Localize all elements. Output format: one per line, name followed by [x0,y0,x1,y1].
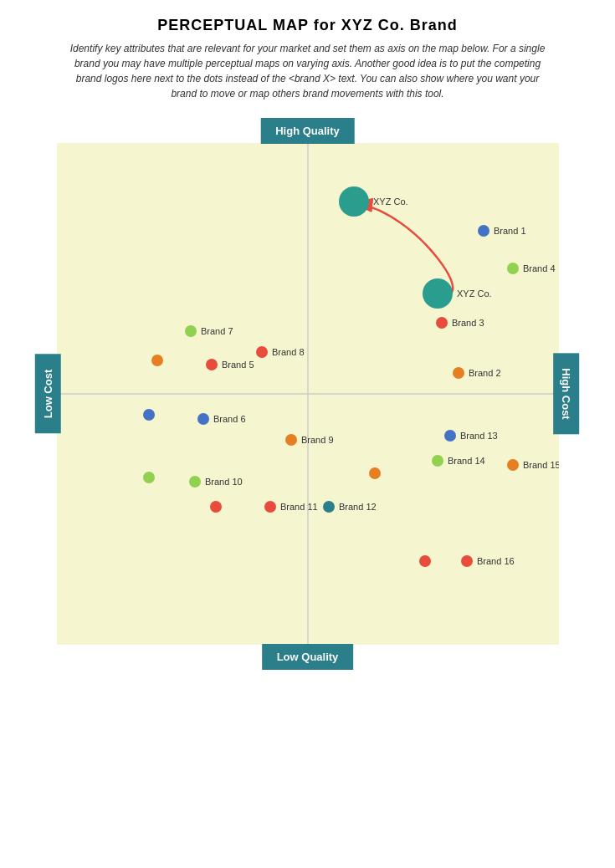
svg-point-38 [323,501,335,513]
axis-top-label: High Quality [260,118,355,144]
map-container: High Quality Low Quality Low Cost High C… [23,118,592,670]
svg-text:Brand 6: Brand 6 [213,414,246,424]
svg-text:Brand 15: Brand 15 [523,460,559,470]
axis-bottom-label: Low Quality [262,644,354,670]
svg-point-6 [423,278,453,309]
svg-text:Brand 2: Brand 2 [469,368,501,378]
axis-left-label: Low Cost [34,355,60,434]
svg-point-22 [151,355,163,366]
svg-text:Brand 8: Brand 8 [272,347,305,357]
svg-point-34 [189,476,201,488]
axis-right-label: High Cost [553,353,579,434]
svg-text:Brand 9: Brand 9 [301,435,334,445]
svg-point-41 [143,472,155,483]
svg-point-12 [185,325,197,337]
svg-text:Brand 12: Brand 12 [339,502,377,512]
svg-point-43 [461,555,473,567]
svg-point-8 [478,225,489,237]
svg-point-25 [143,409,155,421]
svg-point-26 [285,434,297,446]
svg-text:Brand 5: Brand 5 [222,360,254,370]
svg-text:XYZ Co.: XYZ Co. [457,288,492,299]
svg-point-4 [339,186,369,217]
page-title: PERCEPTUAL MAP for XYZ Co. Brand [157,17,457,34]
svg-point-42 [210,501,222,513]
svg-point-45 [419,555,431,567]
svg-point-40 [369,467,381,479]
svg-text:Brand 10: Brand 10 [205,477,243,487]
svg-point-23 [197,413,209,425]
svg-point-28 [444,430,456,442]
chart-svg: XYZ Co.XYZ Co.Brand 1Brand 4Brand 7Brand… [57,143,559,645]
svg-point-18 [206,359,218,370]
svg-text:Brand 11: Brand 11 [280,502,318,512]
svg-text:Brand 3: Brand 3 [452,318,484,328]
svg-text:Brand 7: Brand 7 [201,326,233,336]
svg-text:Brand 13: Brand 13 [460,431,498,441]
svg-text:XYZ Co.: XYZ Co. [373,197,408,207]
svg-point-36 [264,501,276,513]
svg-text:Brand 4: Brand 4 [523,263,556,273]
svg-text:Brand 1: Brand 1 [494,226,526,236]
svg-point-14 [436,317,448,329]
page-subtitle: Identify key attributes that are relevan… [65,41,551,101]
svg-point-16 [256,346,268,358]
svg-point-20 [453,367,464,379]
svg-point-10 [507,263,519,274]
svg-point-32 [507,459,519,471]
svg-text:Brand 16: Brand 16 [477,556,515,566]
svg-text:Brand 14: Brand 14 [448,456,485,466]
svg-point-30 [432,455,443,467]
